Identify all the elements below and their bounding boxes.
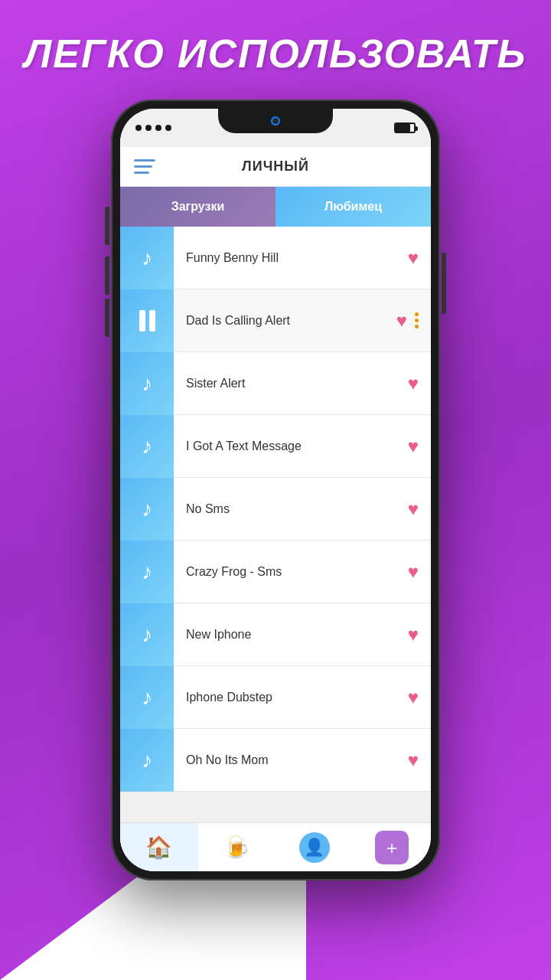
- song-icon-bg-1: ♪: [120, 227, 174, 289]
- song-name-7: New Iphone: [174, 628, 408, 642]
- more-options-button-2[interactable]: [415, 312, 419, 328]
- music-note-icon-5: ♪: [142, 497, 152, 521]
- music-note-icon-7: ♪: [142, 622, 152, 647]
- battery-icon: [394, 122, 416, 133]
- heart-button-1[interactable]: ♥: [408, 247, 419, 269]
- notch: [218, 109, 333, 133]
- phone-screen: ЛИЧНЫЙ Загрузки Любимец ♪ Funny Benny: [120, 109, 431, 871]
- song-icon-bg-3: ♪: [120, 352, 174, 415]
- user-icon: 👤: [299, 832, 330, 863]
- music-note-icon-1: ♪: [142, 246, 152, 270]
- music-note-icon-3: ♪: [142, 371, 152, 396]
- plus-icon: ＋: [375, 831, 409, 864]
- song-item-8[interactable]: ♪ Iphone Dubstep ♥: [120, 666, 431, 729]
- song-name-5: No Sms: [174, 502, 408, 516]
- song-name-8: Iphone Dubstep: [174, 691, 408, 704]
- song-icon-bg-7: ♪: [120, 603, 174, 666]
- more-dot-2: [415, 318, 419, 322]
- tabs-container: Загрузки Любимец: [120, 187, 431, 227]
- pause-bar-1: [139, 310, 145, 332]
- music-note-icon-9: ♪: [142, 748, 152, 773]
- home-icon: 🏠: [145, 835, 172, 860]
- heart-button-3[interactable]: ♥: [408, 373, 419, 394]
- song-list: ♪ Funny Benny Hill ♥ Dad Is: [120, 227, 431, 822]
- hamburger-line-2: [134, 165, 152, 168]
- phone-device: ЛИЧНЫЙ Загрузки Любимец ♪ Funny Benny: [111, 100, 440, 880]
- song-icon-bg-5: ♪: [120, 478, 174, 541]
- song-item-1[interactable]: ♪ Funny Benny Hill ♥: [120, 227, 431, 289]
- nav-beer[interactable]: 🍺: [198, 823, 276, 871]
- app-header: ЛИЧНЫЙ: [120, 147, 431, 187]
- beer-icon: 🍺: [223, 835, 250, 860]
- song-name-3: Sister Alert: [174, 377, 408, 390]
- signal-dot-3: [155, 125, 161, 131]
- tab-downloads[interactable]: Загрузки: [120, 187, 276, 227]
- app-title: ЛИЧНЫЙ: [155, 158, 396, 175]
- song-name-1: Funny Benny Hill: [174, 251, 408, 265]
- music-note-icon-8: ♪: [142, 685, 152, 710]
- song-item-5[interactable]: ♪ No Sms ♥: [120, 478, 431, 541]
- song-icon-bg-2: [120, 289, 174, 352]
- battery-fill: [396, 124, 410, 132]
- song-icon-bg-4: ♪: [120, 415, 174, 478]
- heart-button-5[interactable]: ♥: [408, 498, 419, 520]
- hamburger-line-1: [134, 159, 155, 162]
- song-item-4[interactable]: ♪ I Got A Text Message ♥: [120, 415, 431, 478]
- header-title: ЛЕГКО ИСПОЛЬЗОВАТЬ: [0, 0, 551, 92]
- hamburger-line-3: [134, 172, 149, 174]
- pause-bar-2: [149, 310, 155, 332]
- song-icon-bg-8: ♪: [120, 666, 174, 729]
- more-dot-1: [415, 312, 419, 316]
- nav-plus[interactable]: ＋: [354, 823, 432, 871]
- nav-home[interactable]: 🏠: [120, 823, 198, 871]
- camera: [271, 116, 280, 126]
- song-item-6[interactable]: ♪ Crazy Frog - Sms ♥: [120, 541, 431, 603]
- heart-button-6[interactable]: ♥: [408, 561, 419, 583]
- tab-favorites[interactable]: Любимец: [276, 187, 431, 227]
- song-item-3[interactable]: ♪ Sister Alert ♥: [120, 352, 431, 415]
- more-dot-3: [415, 325, 419, 328]
- music-note-icon-4: ♪: [142, 434, 152, 459]
- pause-icon: [139, 310, 155, 332]
- heart-button-8[interactable]: ♥: [408, 687, 419, 708]
- song-item-7[interactable]: ♪ New Iphone ♥: [120, 603, 431, 666]
- screen-content: ЛИЧНЫЙ Загрузки Любимец ♪ Funny Benny: [120, 147, 431, 871]
- nav-user[interactable]: 👤: [276, 823, 354, 871]
- signal-dot-1: [135, 125, 142, 131]
- signal-dots: [135, 125, 171, 131]
- heart-button-7[interactable]: ♥: [408, 624, 419, 645]
- song-name-6: Crazy Frog - Sms: [174, 565, 408, 579]
- song-item-9[interactable]: ♪ Oh No Its Mom ♥: [120, 729, 431, 792]
- bottom-nav: 🏠 🍺 👤 ＋: [120, 822, 431, 871]
- song-name-2: Dad Is Calling Alert: [174, 314, 396, 328]
- music-note-icon-6: ♪: [142, 560, 152, 584]
- signal-dot-2: [145, 125, 152, 131]
- song-icon-bg-6: ♪: [120, 541, 174, 603]
- song-name-4: I Got A Text Message: [174, 439, 408, 453]
- heart-button-9[interactable]: ♥: [408, 750, 419, 771]
- song-item-2[interactable]: Dad Is Calling Alert ♥: [120, 289, 431, 352]
- signal-dot-4: [165, 125, 171, 131]
- song-icon-bg-9: ♪: [120, 729, 174, 792]
- status-bar: [120, 109, 431, 147]
- heart-button-4[interactable]: ♥: [408, 436, 419, 457]
- menu-button[interactable]: [134, 159, 155, 174]
- heart-button-2[interactable]: ♥: [396, 310, 407, 332]
- song-name-9: Oh No Its Mom: [174, 753, 408, 767]
